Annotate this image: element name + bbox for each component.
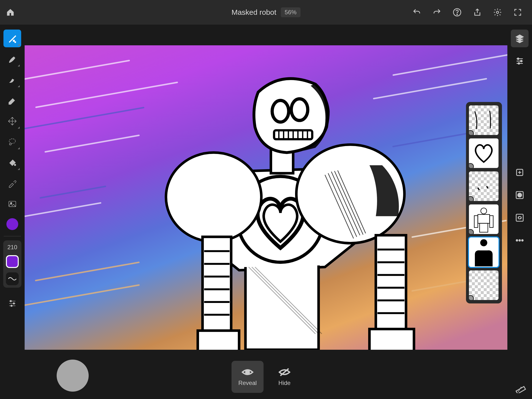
svg-point-20 (272, 100, 289, 122)
layer-dots[interactable] (469, 171, 499, 201)
redo-button[interactable] (432, 7, 442, 18)
brush-color-swatch[interactable] (6, 255, 19, 268)
image-tool[interactable] (3, 195, 21, 213)
svg-point-23 (481, 208, 487, 214)
svg-rect-26 (490, 216, 493, 228)
share-button[interactable] (472, 7, 483, 18)
brush-settings-group: 210 (3, 240, 21, 288)
svg-point-8 (10, 202, 12, 204)
svg-point-6 (14, 164, 16, 166)
svg-point-38 (522, 240, 523, 241)
layer-background[interactable] (469, 270, 499, 300)
svg-point-11 (11, 305, 12, 306)
right-toolbar (507, 25, 532, 399)
settings-button[interactable] (492, 7, 503, 18)
document-title: Masked robot (232, 8, 276, 17)
robot-illustration (131, 64, 430, 350)
layer-mask-button[interactable] (511, 186, 529, 204)
mask-action-bar: Reveal Hide (49, 355, 483, 399)
adjustments-button[interactable] (3, 295, 21, 312)
svg-point-10 (13, 303, 15, 304)
eraser-tool[interactable] (3, 92, 21, 109)
layer-robot-sketch[interactable] (469, 204, 499, 234)
eyedropper-tool[interactable] (3, 174, 21, 192)
svg-point-1 (457, 14, 457, 15)
help-button[interactable] (452, 7, 463, 18)
svg-rect-17 (198, 331, 239, 350)
hide-label: Hide (278, 380, 290, 386)
svg-point-30 (520, 60, 522, 62)
svg-point-37 (519, 240, 520, 241)
svg-point-29 (517, 58, 519, 59)
more-options-button[interactable] (511, 232, 529, 249)
brush-tool[interactable] (3, 50, 21, 68)
fullscreen-button[interactable] (512, 7, 523, 18)
zoom-level[interactable]: 56% (281, 7, 300, 17)
svg-point-36 (516, 240, 518, 241)
svg-point-13 (166, 153, 261, 242)
reveal-label: Reveal (238, 380, 257, 386)
svg-rect-18 (369, 329, 414, 350)
svg-rect-35 (516, 214, 523, 221)
layers-panel-button[interactable] (511, 30, 529, 47)
svg-point-2 (497, 11, 499, 14)
undo-button[interactable] (411, 7, 422, 18)
add-layer-button[interactable] (511, 164, 529, 181)
svg-rect-24 (478, 215, 490, 223)
lasso-tool[interactable] (3, 133, 21, 151)
ruler-button[interactable] (515, 382, 526, 393)
layer-lines-1[interactable] (469, 105, 499, 135)
brush-size-value[interactable]: 210 (7, 244, 17, 251)
canvas-container: Reveal Hide (25, 25, 507, 399)
fill-tool[interactable] (3, 154, 21, 171)
move-tool[interactable] (3, 112, 21, 130)
left-toolbar: 210 (0, 25, 25, 399)
link-layers-button[interactable] (511, 209, 529, 227)
layers-panel[interactable] (466, 102, 502, 303)
svg-point-31 (518, 63, 520, 64)
canvas[interactable] (25, 45, 507, 350)
pixel-brush-tool[interactable] (3, 30, 21, 47)
layer-heart[interactable] (469, 138, 499, 168)
brush-preview-circle[interactable] (57, 360, 89, 392)
svg-rect-3 (13, 40, 15, 41)
toolbar-divider (4, 236, 21, 236)
reveal-button[interactable]: Reveal (232, 361, 264, 393)
svg-point-28 (246, 370, 249, 374)
home-button[interactable] (5, 7, 16, 18)
foreground-color-swatch[interactable] (6, 218, 18, 230)
svg-point-34 (518, 193, 522, 197)
svg-rect-27 (480, 223, 488, 232)
svg-point-21 (291, 99, 308, 120)
brush-dynamics-button[interactable] (6, 272, 19, 285)
svg-point-9 (10, 300, 12, 302)
smudge-tool[interactable] (3, 71, 21, 89)
adjustments-panel-button[interactable] (511, 52, 529, 70)
layer-silhouette[interactable] (469, 237, 499, 267)
svg-point-5 (9, 139, 15, 143)
svg-rect-4 (15, 42, 16, 43)
hide-button[interactable]: Hide (268, 361, 300, 393)
svg-rect-25 (474, 216, 478, 228)
